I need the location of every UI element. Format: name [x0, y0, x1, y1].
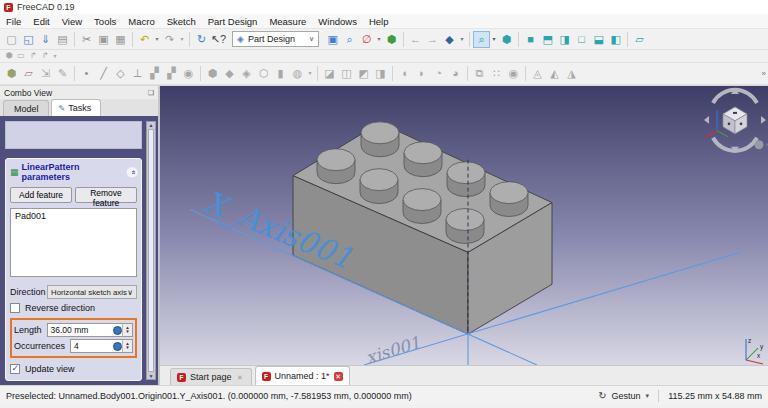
toolbar-icon[interactable]: ◨ [372, 65, 389, 82]
toolbar-icon[interactable]: ⬓ [590, 31, 607, 48]
remove-feature-button[interactable]: Remove feature [75, 187, 137, 203]
toolbar-icon[interactable]: ⬢ [383, 31, 400, 48]
nav-sphere-icon[interactable] [755, 140, 764, 149]
document-tab[interactable]: F Unnamed : 1* ✕ [255, 366, 350, 385]
toolbar-icon[interactable]: ▦ [112, 31, 129, 48]
toolbar-icon[interactable]: ⬢ [498, 31, 515, 48]
close-icon[interactable]: ✕ [236, 373, 245, 382]
toolbar-icon[interactable]: ◩ [355, 65, 372, 82]
toolbar-icon[interactable]: ↷ [161, 31, 178, 48]
toolbar-icon[interactable]: ◨ [556, 31, 573, 48]
menu-item[interactable]: File [0, 16, 27, 27]
toolbar-icon[interactable]: ▢ [3, 31, 20, 48]
toolbar-icon[interactable]: ↱ [39, 50, 51, 62]
toolbar-icon[interactable]: ⬢ [3, 50, 15, 62]
toolbar-icon[interactable]: ▾ [490, 31, 498, 48]
toolbar-icon[interactable]: ⇓ [37, 31, 54, 48]
combo-view-tab[interactable]: Model [3, 100, 49, 116]
toolbar-icon[interactable]: ⇲ [37, 65, 54, 82]
feature-list[interactable]: Pad001 [10, 208, 137, 277]
toolbar-icon[interactable]: ⊥ [129, 65, 146, 82]
toolbar-icon[interactable]: ▾ [153, 31, 161, 48]
scroll-down-icon[interactable]: ▼ [147, 373, 155, 379]
toolbar-icon[interactable]: ↻ [193, 31, 210, 48]
toolbar-icon[interactable]: ◆ [221, 65, 238, 82]
navigation-style-dropdown[interactable]: Gestun [612, 391, 641, 401]
toolbar-icon[interactable]: ⬡ [255, 65, 272, 82]
toolbar-icon[interactable]: ◫ [338, 65, 355, 82]
toolbar-icon[interactable]: ∅ [358, 31, 375, 48]
toolbar-icon[interactable] [132, 32, 133, 47]
toolbar-icon[interactable]: ◮ [563, 65, 580, 82]
toolbar-icon[interactable]: ◆ [441, 31, 458, 48]
toolbar-icon[interactable]: ∷ [488, 65, 505, 82]
menu-item[interactable]: Help [363, 16, 395, 27]
toolbar-icon[interactable]: ◉ [505, 65, 522, 82]
toolbar-icon[interactable]: ⬒ [539, 31, 556, 48]
toolbar-icon[interactable] [317, 66, 318, 81]
toolbar-icon[interactable]: ◪ [321, 65, 338, 82]
toolbar-icon[interactable]: ◭ [546, 65, 563, 82]
update-view-checkbox[interactable] [10, 364, 20, 374]
expression-icon[interactable] [113, 326, 122, 335]
direction-dropdown[interactable]: Horizontal sketch axis ∨ [47, 285, 137, 299]
toolbar-icon[interactable] [518, 32, 519, 47]
menu-item[interactable]: Macro [122, 16, 160, 27]
toolbar-icon[interactable]: → [424, 31, 441, 48]
toolbar-icon[interactable]: ▾ [375, 31, 383, 48]
combo-view-tab[interactable]: ✎ Tasks [51, 99, 102, 116]
expression-icon[interactable] [113, 342, 122, 351]
toolbar-icon[interactable]: ↖? [210, 31, 227, 48]
toolbar-icon[interactable]: ◕ [447, 65, 464, 82]
toolbar-icon[interactable] [200, 66, 201, 81]
toolbar-icon[interactable] [627, 32, 628, 47]
length-input[interactable]: 36.00 mm ▲▼ [47, 323, 133, 337]
toolbar-icon[interactable]: □ [573, 31, 590, 48]
float-panel-icon[interactable]: ❏ [148, 89, 154, 97]
toolbar-icon[interactable]: ▱ [631, 31, 648, 48]
toolbar-icon[interactable]: ▾ [458, 31, 466, 48]
toolbar-icon[interactable]: ◬ [529, 65, 546, 82]
toolbar-icon[interactable]: ⧉ [471, 65, 488, 82]
document-tab[interactable]: F Start page ✕ [170, 368, 252, 385]
menu-item[interactable]: Windows [312, 16, 363, 27]
toolbar-icon[interactable]: ◧ [607, 31, 624, 48]
toolbar-icon[interactable]: ← [407, 31, 424, 48]
toolbar-icon[interactable]: ▞ [163, 65, 180, 82]
menu-item[interactable]: Edit [27, 16, 55, 27]
toolbar-icon[interactable]: ◗ [413, 65, 430, 82]
toolbar-icon[interactable]: ▣ [324, 31, 341, 48]
toolbar-icon[interactable]: ↱ [27, 50, 39, 62]
menu-item[interactable]: Sketch [161, 16, 202, 27]
toolbar-icon[interactable] [467, 66, 468, 81]
toolbar-icon[interactable]: ◇ [112, 65, 129, 82]
3d-scene[interactable]: X_Axis001 xis001 [160, 86, 768, 365]
occurrences-input[interactable]: 4 ▲▼ [70, 339, 133, 353]
toolbar-icon[interactable]: ▾ [51, 50, 59, 62]
toolbar-icon[interactable]: ▭ [15, 50, 27, 62]
toolbar-icon[interactable]: ◱ [20, 31, 37, 48]
toolbar-icon[interactable]: ✎ [54, 65, 71, 82]
toolbar-icon[interactable]: ◔ [430, 65, 447, 82]
toolbar-icon[interactable]: ⬢ [204, 65, 221, 82]
workbench-selector[interactable]: ◈ Part Design ∨ [232, 31, 319, 47]
toolbar-icon[interactable]: ⬢ [3, 65, 20, 82]
feature-list-item[interactable]: Pad001 [15, 211, 132, 221]
toolbar-icon[interactable]: ▾ [178, 31, 186, 48]
3d-viewport[interactable]: X_Axis001 xis001 [160, 86, 768, 365]
task-scrollbar[interactable]: ▲ ▼ [146, 121, 156, 380]
toolbar-icon[interactable] [392, 66, 393, 81]
toolbar-icon[interactable]: ▞ [146, 65, 163, 82]
toolbar-icon[interactable]: • [78, 65, 95, 82]
toolbar-icon[interactable] [74, 66, 75, 81]
close-icon[interactable]: ✕ [334, 372, 343, 381]
toolbar-icon[interactable] [403, 32, 404, 47]
toolbar-icon[interactable]: ◈ [238, 65, 255, 82]
toolbar-icon[interactable] [189, 32, 190, 47]
menu-item[interactable]: Part Design [202, 16, 264, 27]
menu-item[interactable]: Tools [88, 16, 122, 27]
toolbar-icon[interactable]: ▣ [95, 31, 112, 48]
add-feature-button[interactable]: Add feature [10, 187, 72, 203]
toolbar-icon[interactable]: ▱ [20, 65, 37, 82]
toolbar-icon[interactable] [469, 32, 470, 47]
